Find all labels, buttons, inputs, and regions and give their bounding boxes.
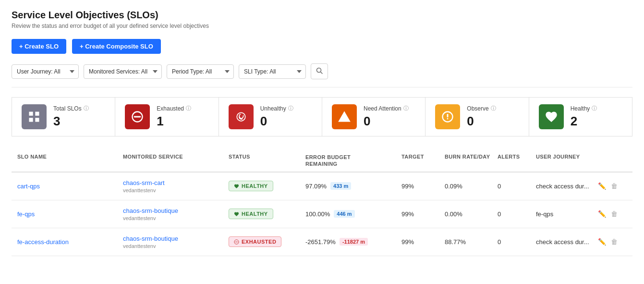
slo-table: SLO NAME MONITORED SERVICE STATUS ERROR …: [12, 150, 632, 256]
search-button[interactable]: [311, 63, 328, 79]
observe-info-icon[interactable]: ⓘ: [491, 105, 496, 112]
slo-name-link[interactable]: cart-qps: [17, 183, 40, 190]
action-icons: ✏️ 🗑: [598, 238, 627, 246]
toolbar: + Create SLO + Create Composite SLO: [12, 39, 632, 54]
delete-icon[interactable]: 🗑: [611, 210, 618, 218]
th-slo-name: SLO NAME: [17, 154, 123, 168]
edit-icon[interactable]: ✏️: [598, 210, 606, 218]
status-badge-healthy: HEALTHY: [229, 181, 273, 191]
observe-value: 0: [467, 114, 496, 129]
exhausted-icon: [125, 104, 150, 129]
error-budget-time-badge: 446 m: [334, 210, 354, 218]
monitored-services-filter[interactable]: Monitored Services: All: [84, 64, 162, 79]
exhausted-info-icon[interactable]: ⓘ: [186, 105, 191, 112]
status-badge-healthy: HEALTHY: [229, 209, 273, 219]
delete-icon[interactable]: 🗑: [611, 238, 618, 246]
th-target: TARGET: [401, 154, 445, 168]
service-name-link[interactable]: chaos-srm-boutique: [123, 235, 178, 242]
need-attention-info-icon[interactable]: ⓘ: [403, 105, 409, 112]
page-subtitle: Review the status and error budget of al…: [12, 23, 632, 29]
status-cell: EXHAUSTED: [229, 236, 305, 247]
healthy-label: Healthy: [571, 105, 590, 112]
edit-icon[interactable]: ✏️: [598, 182, 606, 190]
period-type-filter[interactable]: Period Type: All: [167, 64, 234, 79]
svg-point-6: [447, 118, 449, 120]
need-attention-label: Need Attention: [364, 105, 401, 112]
metric-card-need-attention: Need Attention ⓘ 0: [322, 97, 425, 136]
alerts-cell: 0: [498, 183, 536, 190]
edit-icon[interactable]: ✏️: [598, 238, 606, 246]
service-env: vedanttestenv: [123, 243, 229, 249]
burn-rate-cell: 88.77%: [445, 238, 498, 246]
total-slos-value: 3: [53, 114, 89, 129]
target-cell: 99%: [401, 210, 445, 218]
healthy-info-icon[interactable]: ⓘ: [592, 105, 597, 112]
error-budget-pct: 100.00%: [305, 210, 330, 218]
metric-card-unhealthy: Unhealthy ⓘ 0: [219, 97, 322, 136]
page-title: Service Level Objectives (SLOs): [12, 10, 632, 21]
action-icons: ✏️ 🗑: [598, 210, 627, 218]
service-env: vedanttestenv: [123, 215, 229, 221]
th-monitored-service: MONITORED SERVICE: [123, 154, 229, 168]
slo-name-cell: cart-qps: [17, 183, 123, 190]
status-cell: HEALTHY: [229, 181, 305, 191]
heart-icon: [234, 184, 239, 189]
alerts-cell: 0: [498, 210, 536, 218]
status-badge-exhausted: EXHAUSTED: [229, 236, 281, 247]
burn-rate-cell: 0.09%: [445, 183, 498, 190]
th-alerts: ALERTS: [498, 154, 536, 168]
create-slo-button[interactable]: + Create SLO: [12, 39, 66, 54]
service-name-link[interactable]: chaos-srm-boutique: [123, 207, 178, 214]
service-name-link[interactable]: chaos-srm-cart: [123, 179, 165, 186]
total-slos-info-icon[interactable]: ⓘ: [84, 105, 89, 112]
metric-card-observe: Observe ⓘ 0: [425, 97, 528, 136]
service-cell: chaos-srm-boutique vedanttestenv: [123, 207, 229, 221]
svg-line-1: [321, 72, 323, 74]
delete-icon[interactable]: 🗑: [611, 182, 618, 190]
observe-label: Observe: [467, 105, 488, 112]
slo-name-link[interactable]: fe-qps: [17, 210, 35, 218]
healthy-icon: [539, 104, 564, 129]
unhealthy-label: Unhealthy: [260, 105, 286, 112]
slo-name-link[interactable]: fe-access-duration: [17, 238, 69, 246]
slo-name-cell: fe-access-duration: [17, 238, 123, 246]
error-budget-time-badge: -11827 m: [340, 238, 368, 246]
error-budget-cell: 97.09% 433 m: [305, 182, 401, 190]
user-journey-filter[interactable]: User Journey: All: [12, 64, 79, 79]
metric-card-exhausted: Exhausted ⓘ 1: [115, 97, 218, 136]
unhealthy-value: 0: [260, 114, 293, 129]
user-journey-cell: check access dur...: [536, 183, 598, 190]
service-env: vedanttestenv: [123, 187, 229, 193]
target-cell: 99%: [401, 238, 445, 246]
alerts-cell: 0: [498, 238, 536, 246]
exhausted-value: 1: [157, 114, 191, 129]
error-budget-time-badge: 433 m: [330, 182, 351, 190]
sli-type-filter[interactable]: SLI Type: All: [239, 64, 306, 79]
minus-circle-icon: [234, 239, 239, 245]
th-burn-rate: BURN RATE/DAY: [445, 154, 498, 168]
unhealthy-info-icon[interactable]: ⓘ: [288, 105, 293, 112]
table-row: fe-qps chaos-srm-boutique vedanttestenv …: [12, 200, 632, 228]
service-cell: chaos-srm-boutique vedanttestenv: [123, 235, 229, 249]
error-budget-pct: -2651.79%: [305, 238, 336, 246]
table-row: fe-access-duration chaos-srm-boutique ve…: [12, 228, 632, 256]
filters-row: User Journey: All Monitored Services: Al…: [12, 63, 632, 87]
error-budget-cell: -2651.79% -11827 m: [305, 238, 401, 246]
create-composite-slo-button[interactable]: + Create Composite SLO: [72, 39, 161, 54]
observe-icon: [435, 104, 460, 129]
heart-icon: [234, 211, 239, 217]
slo-name-cell: fe-qps: [17, 210, 123, 218]
status-cell: HEALTHY: [229, 209, 305, 219]
table-row: cart-qps chaos-srm-cart vedanttestenv HE…: [12, 173, 632, 200]
target-cell: 99%: [401, 183, 445, 190]
error-budget-cell: 100.00% 446 m: [305, 210, 401, 218]
metric-card-healthy: Healthy ⓘ 2: [529, 97, 632, 136]
table-header: SLO NAME MONITORED SERVICE STATUS ERROR …: [12, 150, 632, 173]
unhealthy-icon: [229, 104, 254, 129]
healthy-value: 2: [571, 114, 597, 129]
service-cell: chaos-srm-cart vedanttestenv: [123, 179, 229, 193]
exhausted-label: Exhausted: [157, 105, 184, 112]
user-journey-cell: check access dur...: [536, 238, 598, 246]
burn-rate-cell: 0.00%: [445, 210, 498, 218]
th-status: STATUS: [229, 154, 305, 168]
